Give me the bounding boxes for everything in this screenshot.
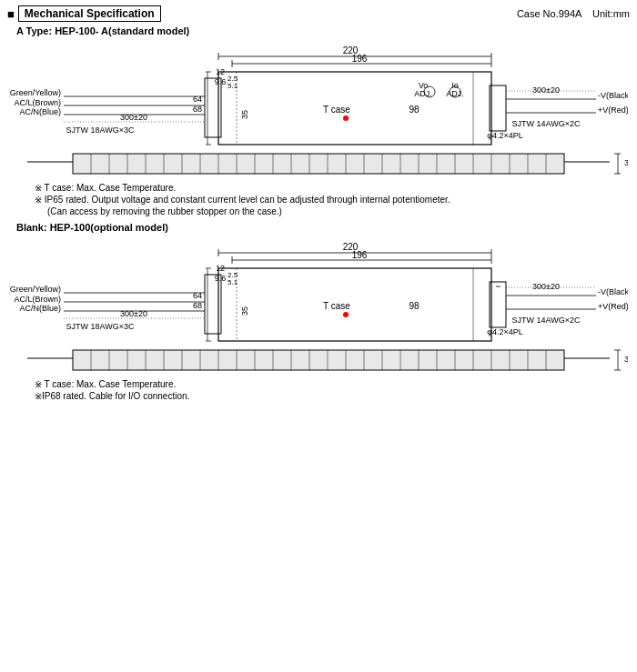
svg-rect-92 <box>218 268 491 341</box>
page-title: Mechanical Specification <box>18 5 161 22</box>
section-b: Blank: HEP-100(optional model) 220 196 1… <box>7 222 630 401</box>
svg-text:SJTW 14AWG×2C: SJTW 14AWG×2C <box>512 119 581 128</box>
svg-text:T case: T case <box>323 105 350 115</box>
schematic-a: 220 196 12 9.6 <box>9 40 628 181</box>
svg-text:SJTW 14AWG×2C: SJTW 14AWG×2C <box>512 316 581 325</box>
svg-text:AC/L(Brown): AC/L(Brown) <box>14 295 61 304</box>
note-b1: ※ T case: Max. Case Temperature. <box>35 379 630 389</box>
header-title: ■ Mechanical Specification <box>7 5 161 22</box>
svg-text:ADJ.: ADJ. <box>446 89 464 98</box>
svg-rect-94 <box>490 282 506 327</box>
mechanical-icon: ■ <box>7 7 15 21</box>
section-a-title: A Type: HEP-100- A(standard model) <box>16 25 630 36</box>
svg-text:98: 98 <box>409 105 420 115</box>
svg-text:φ4.2×4PL: φ4.2×4PL <box>487 327 523 336</box>
svg-text:64: 64 <box>193 95 202 104</box>
svg-text:+V(Red): +V(Red) <box>598 105 628 115</box>
svg-text:FG⊕(Green/Yellow): FG⊕(Green/Yellow) <box>9 88 61 97</box>
svg-text:SJTW 18AWG×3C: SJTW 18AWG×3C <box>66 322 135 331</box>
svg-text:35: 35 <box>240 110 249 119</box>
svg-text:5.1: 5.1 <box>228 82 238 90</box>
svg-text:φ4.2×4PL: φ4.2×4PL <box>487 131 523 140</box>
svg-point-120 <box>343 312 349 317</box>
svg-text:300±20: 300±20 <box>120 113 147 122</box>
svg-rect-12 <box>490 85 506 131</box>
svg-text:-V(Black): -V(Black) <box>598 91 628 100</box>
note-a2: ※ IP65 rated. Output voltage and constan… <box>35 195 630 205</box>
section-b-title: Blank: HEP-100(optional model) <box>16 222 630 233</box>
note-b2: ※IP68 rated. Cable for I/O connection. <box>35 391 630 401</box>
svg-text:FG⊕(Green/Yellow): FG⊕(Green/Yellow) <box>9 285 61 294</box>
page: ■ Mechanical Specification Case No.994A … <box>0 0 637 672</box>
svg-text:68: 68 <box>193 301 202 310</box>
svg-text:AC/L(Brown): AC/L(Brown) <box>14 98 61 107</box>
svg-rect-49 <box>73 154 564 174</box>
svg-text:T case: T case <box>323 301 350 311</box>
svg-text:300±20: 300±20 <box>532 85 560 95</box>
svg-text:68: 68 <box>193 105 202 114</box>
svg-text:35: 35 <box>240 306 249 316</box>
svg-text:38.8: 38.8 <box>624 158 628 167</box>
case-info: Case No.994A Unit:mm <box>517 8 630 19</box>
header: ■ Mechanical Specification Case No.994A … <box>7 5 630 22</box>
svg-text:+V(Red): +V(Red) <box>598 302 628 311</box>
svg-rect-10 <box>218 72 491 145</box>
svg-text:300±20: 300±20 <box>532 282 560 291</box>
svg-text:300±20: 300±20 <box>120 309 147 318</box>
svg-text:AC/N(Blue): AC/N(Blue) <box>19 107 61 116</box>
svg-text:5.1: 5.1 <box>228 278 238 286</box>
svg-text:64: 64 <box>193 291 202 300</box>
svg-text:AC/N(Blue): AC/N(Blue) <box>19 304 61 313</box>
svg-text:38.8: 38.8 <box>624 355 628 364</box>
svg-text:98: 98 <box>409 301 420 311</box>
svg-rect-126 <box>73 350 564 370</box>
svg-text:ADJ.: ADJ. <box>414 89 432 98</box>
section-a: A Type: HEP-100- A(standard model) 220 1… <box>7 25 630 216</box>
svg-text:196: 196 <box>352 250 368 260</box>
note-a3: (Can access by removing the rubber stopp… <box>47 206 630 216</box>
note-a1: ※ T case: Max. Case Temperature. <box>35 183 630 193</box>
svg-text:-V(Black): -V(Black) <box>598 287 628 296</box>
svg-point-44 <box>343 115 349 121</box>
diagram-a-top: 220 196 12 9.6 <box>9 40 628 181</box>
diagram-b-top: 220 196 12 9.6 <box>9 236 628 377</box>
schematic-b: 220 196 12 9.6 <box>9 236 628 377</box>
svg-text:SJTW 18AWG×3C: SJTW 18AWG×3C <box>66 125 135 135</box>
svg-text:196: 196 <box>352 54 368 64</box>
